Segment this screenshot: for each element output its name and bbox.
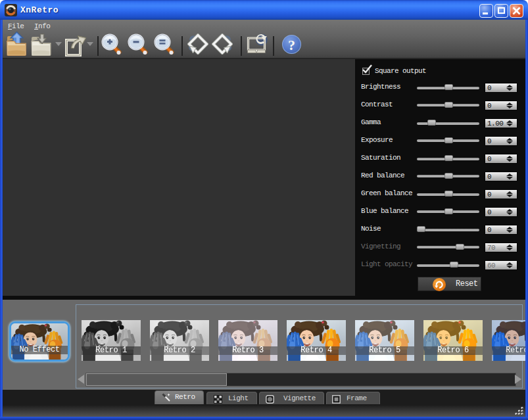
svg-text:?: ?	[288, 37, 295, 53]
